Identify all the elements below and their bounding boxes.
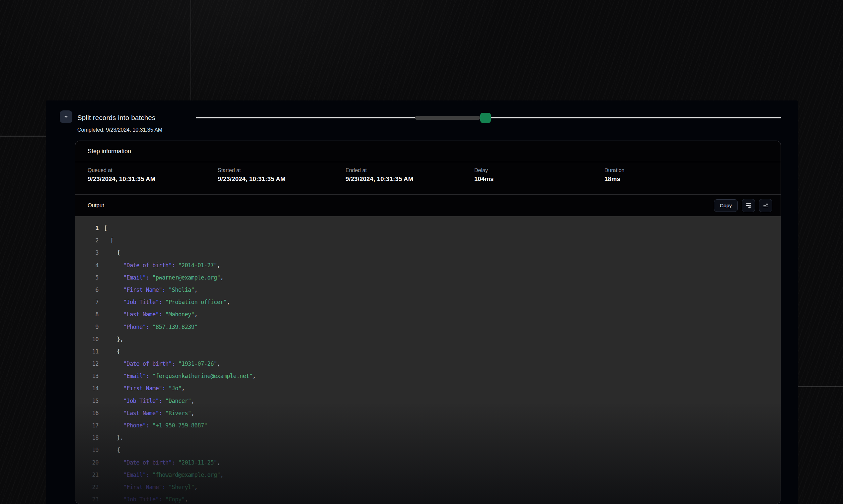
code-line: 4 "Date of birth": "2014-01-27", <box>75 259 780 272</box>
code-line: 13 "Email": "fergusonkatherine@example.n… <box>75 370 780 382</box>
stat-value: 18ms <box>604 175 780 183</box>
output-actions: Copy <box>714 199 772 212</box>
code-text: "First Name": "Shelia", <box>104 284 197 296</box>
stat-value: 9/23/2024, 10:31:35 AM <box>218 175 345 183</box>
stat-queued-at: Queued at9/23/2024, 10:31:35 AM <box>88 162 218 194</box>
code-line: 6 "First Name": "Shelia", <box>75 284 780 296</box>
code-line: 21 "Email": "fhoward@example.org", <box>75 469 780 481</box>
code-line: 20 "Date of birth": "2013-11-25", <box>75 456 780 469</box>
code-text: "Date of birth": "1931-07-26", <box>104 358 220 370</box>
line-number: 1 <box>75 222 99 234</box>
code-text: "Last Name": "Rivers", <box>104 407 194 419</box>
code-text: [ <box>104 234 114 247</box>
line-number: 6 <box>75 284 99 296</box>
code-text: "Last Name": "Mahoney", <box>104 308 197 321</box>
code-text: "Phone": "857.139.8239" <box>104 321 197 333</box>
code-text: [ <box>104 222 107 234</box>
code-line: 15 "Job Title": "Dancer", <box>75 395 780 407</box>
code-text: "Phone": "+1-950-759-8687" <box>104 419 207 432</box>
timeline-track-segment[interactable] <box>415 116 480 120</box>
code-line: 5 "Email": "pwarner@example.org", <box>75 272 780 284</box>
code-text: "Email": "fhoward@example.org", <box>104 469 223 481</box>
collapse-step-button[interactable] <box>60 110 72 123</box>
stat-value: 9/23/2024, 10:31:35 AM <box>88 175 218 183</box>
code-text: "Email": "pwarner@example.org", <box>104 272 223 284</box>
step-information-title: Step information <box>88 148 131 155</box>
output-title: Output <box>88 202 104 209</box>
code-line: 9 "Phone": "857.139.8239" <box>75 321 780 333</box>
stat-started-at: Started at9/23/2024, 10:31:35 AM <box>218 162 345 194</box>
code-text: "First Name": "Jo", <box>104 382 185 395</box>
desktop-background: Split records into batches Completed: 9/… <box>0 0 843 504</box>
output-code-viewer[interactable]: 1[2 [3 {4 "Date of birth": "2014-01-27",… <box>75 216 780 504</box>
code-text: "Email": "fergusonkatherine@example.net"… <box>104 370 256 382</box>
background-horizontal-line-left <box>0 136 46 137</box>
code-text: { <box>104 345 120 358</box>
stat-label: Ended at <box>345 167 474 174</box>
code-line: 12 "Date of birth": "1931-07-26", <box>75 358 780 370</box>
line-number: 2 <box>75 234 99 247</box>
stat-label: Queued at <box>88 167 218 174</box>
stat-label: Duration <box>604 167 780 174</box>
stat-label: Started at <box>218 167 345 174</box>
code-line: 22 "First Name": "Sheryl", <box>75 481 780 493</box>
code-line: 2 [ <box>75 234 780 247</box>
code-line: 18 }, <box>75 432 780 444</box>
line-number: 5 <box>75 272 99 284</box>
line-number: 7 <box>75 296 99 308</box>
code-line: 7 "Job Title": "Probation officer", <box>75 296 780 308</box>
code-text: "First Name": "Sheryl", <box>104 481 197 493</box>
code-line: 17 "Phone": "+1-950-759-8687" <box>75 419 780 432</box>
line-number: 15 <box>75 395 99 407</box>
code-line: 19 { <box>75 444 780 456</box>
code-text: }, <box>104 333 123 345</box>
wrap-text-button[interactable] <box>742 199 755 212</box>
line-number: 23 <box>75 493 99 504</box>
line-number: 4 <box>75 259 99 272</box>
line-number: 3 <box>75 247 99 259</box>
code-line: 1[ <box>75 222 780 234</box>
scroll-to-top-button[interactable] <box>759 199 772 212</box>
step-information-header: Step information <box>75 141 780 162</box>
line-number: 9 <box>75 321 99 333</box>
step-information-card: Step information Queued at9/23/2024, 10:… <box>75 141 781 504</box>
background-horizontal-line-right <box>798 386 843 387</box>
code-text: "Date of birth": "2013-11-25", <box>104 456 220 469</box>
line-number: 11 <box>75 345 99 358</box>
code-line: 16 "Last Name": "Rivers", <box>75 407 780 419</box>
line-number: 10 <box>75 333 99 345</box>
stat-ended-at: Ended at9/23/2024, 10:31:35 AM <box>345 162 474 194</box>
scroll-to-top-icon <box>762 202 769 210</box>
chevron-down-icon <box>63 114 69 119</box>
stat-value: 104ms <box>474 175 604 183</box>
timeline-slider-handle[interactable] <box>480 113 491 123</box>
code-text: { <box>104 247 120 259</box>
code-line: 10 }, <box>75 333 780 345</box>
stat-duration: Duration18ms <box>604 162 780 194</box>
code-line: 23 "Job Title": "Copy", <box>75 493 780 504</box>
stat-delay: Delay104ms <box>474 162 604 194</box>
line-number: 22 <box>75 481 99 493</box>
step-stats-row: Queued at9/23/2024, 10:31:35 AMStarted a… <box>75 162 780 194</box>
line-number: 14 <box>75 382 99 395</box>
code-text: }, <box>104 432 123 444</box>
stat-value: 9/23/2024, 10:31:35 AM <box>345 175 474 183</box>
line-number: 18 <box>75 432 99 444</box>
code-line: 3 { <box>75 247 780 259</box>
line-number: 19 <box>75 444 99 456</box>
wrap-text-icon <box>745 202 752 210</box>
line-number: 16 <box>75 407 99 419</box>
copy-output-button[interactable]: Copy <box>714 199 738 212</box>
code-text: "Job Title": "Copy", <box>104 493 188 504</box>
stat-label: Delay <box>474 167 604 174</box>
code-text: "Date of birth": "2014-01-27", <box>104 259 220 272</box>
code-line: 8 "Last Name": "Mahoney", <box>75 308 780 321</box>
output-toolbar: Output Copy <box>75 194 780 216</box>
line-number: 21 <box>75 469 99 481</box>
code-text: { <box>104 444 120 456</box>
code-text: "Job Title": "Probation officer", <box>104 296 230 308</box>
code-line: 11 { <box>75 345 780 358</box>
line-number: 17 <box>75 419 99 432</box>
code-line: 14 "First Name": "Jo", <box>75 382 780 395</box>
line-number: 13 <box>75 370 99 382</box>
